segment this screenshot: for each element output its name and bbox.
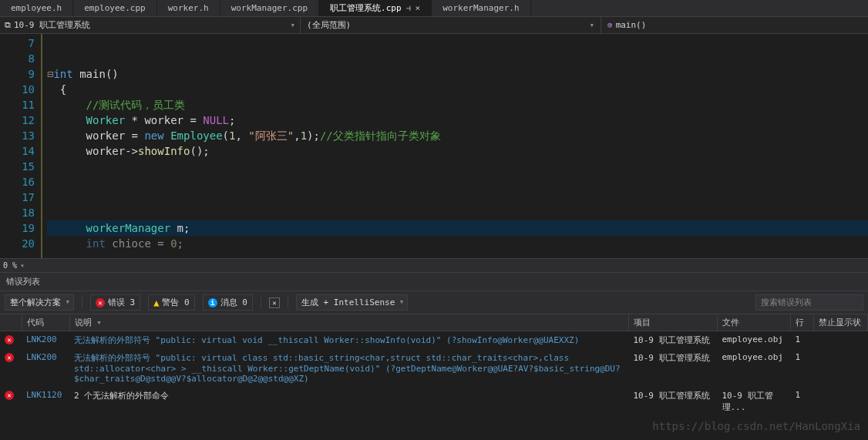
info-icon: i	[208, 298, 217, 307]
error-search-input[interactable]: 搜索错误列表	[755, 294, 863, 311]
error-icon: ✕	[5, 335, 14, 344]
col-code[interactable]: 代码	[22, 314, 69, 331]
watermark: https://blog.csdn.net/HanLongXia	[652, 420, 860, 432]
code-content[interactable]: ⊟int main() { //测试代码，员工类 Worker * worker…	[42, 34, 868, 258]
tab-main-cpp[interactable]: 职工管理系统.cpp ⊣ ×	[319, 0, 432, 16]
error-table: 代码 说明 ▾ 项目 文件 行 禁止显示状 ✕ LNK200 无法解析的外部符号…	[0, 314, 868, 416]
warnings-button[interactable]: ▲ 警告 0	[148, 294, 194, 311]
error-icon: ✕	[5, 353, 14, 362]
col-line[interactable]: 行	[791, 314, 814, 331]
col-file[interactable]: 文件	[718, 314, 791, 331]
nav-project-dropdown[interactable]: ⧉ 10-9 职工管理系统 ▾	[0, 17, 301, 33]
error-row[interactable]: ✕ LNK1120 2 个无法解析的外部命令 10-9 职工管理系统 10-9 …	[0, 387, 868, 416]
tab-bar: employee.h employee.cpp worker.h workMan…	[0, 0, 868, 17]
tab-workmanager-cpp[interactable]: workManager.cpp	[220, 0, 319, 16]
error-list-toolbar: 整个解决方案 ✕ 错误 3 ▲ 警告 0 i 消息 0 ✕ 生成 + Intel…	[0, 291, 868, 314]
error-row[interactable]: ✕ LNK200 无法解析的外部符号 "public: virtual void…	[0, 331, 868, 350]
cpp-icon: ⧉	[5, 20, 11, 30]
col-suppress[interactable]: 禁止显示状	[814, 314, 868, 331]
solution-dropdown[interactable]: 整个解决方案	[5, 294, 74, 311]
nav-scope-dropdown[interactable]: (全局范围) ▾	[301, 17, 601, 33]
tab-workermanager-h[interactable]: workerManager.h	[432, 0, 530, 16]
zoom-level[interactable]: 0 %	[3, 261, 17, 270]
tab-employee-h[interactable]: employee.h	[0, 0, 73, 16]
col-project[interactable]: 项目	[629, 314, 718, 331]
tab-worker-h[interactable]: worker.h	[157, 0, 220, 16]
messages-button[interactable]: i 消息 0	[203, 294, 253, 311]
error-row[interactable]: ✕ LNK200 无法解析的外部符号 "public: virtual clas…	[0, 349, 868, 387]
chevron-down-icon[interactable]: ▾	[20, 261, 25, 270]
close-icon[interactable]: ×	[415, 3, 421, 13]
errors-button[interactable]: ✕ 错误 3	[90, 294, 140, 311]
line-gutter: 7 8 9 10 11 12 13 14 15 16 17 18 19 20	[0, 34, 42, 258]
col-desc[interactable]: 说明 ▾	[69, 314, 629, 331]
tab-employee-cpp[interactable]: employee.cpp	[73, 0, 156, 16]
error-list-header[interactable]: 错误列表	[0, 272, 868, 291]
navigation-bar: ⧉ 10-9 职工管理系统 ▾ (全局范围) ▾ ⊕ main()	[0, 17, 868, 34]
zoom-bar: 0 % ▾	[0, 258, 868, 272]
clear-button[interactable]: ✕	[269, 297, 280, 308]
code-editor[interactable]: 7 8 9 10 11 12 13 14 15 16 17 18 19 20 ⊟…	[0, 34, 868, 258]
nav-function-dropdown[interactable]: ⊕ main()	[601, 17, 652, 33]
warning-icon: ▲	[153, 297, 159, 308]
build-intellisense-dropdown[interactable]: 生成 + IntelliSense	[296, 294, 408, 311]
function-icon: ⊕	[607, 20, 613, 30]
error-icon: ✕	[5, 391, 14, 400]
pin-icon[interactable]: ⊣	[406, 4, 411, 12]
error-icon: ✕	[96, 298, 105, 307]
